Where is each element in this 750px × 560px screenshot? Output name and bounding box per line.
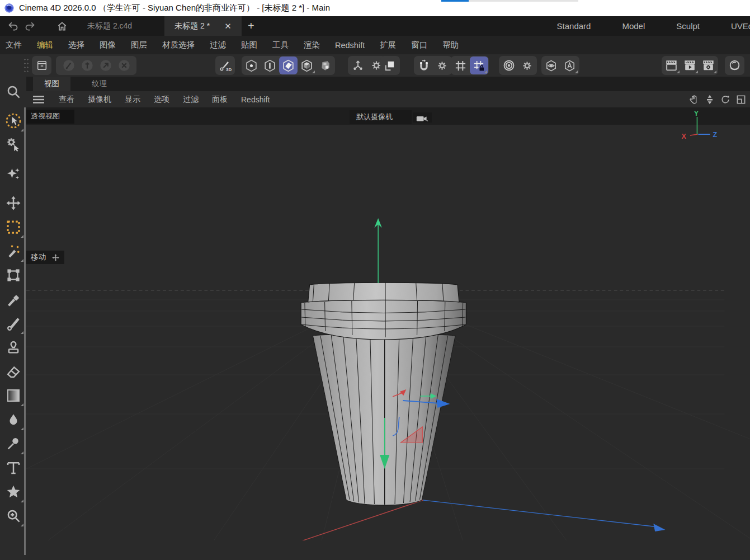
model-mode-icon[interactable] bbox=[298, 57, 316, 74]
eye-hexagon-icon[interactable] bbox=[542, 57, 560, 74]
stamp-icon[interactable] bbox=[2, 335, 25, 359]
paint-brush-icon[interactable] bbox=[2, 311, 25, 335]
droplet-icon[interactable] bbox=[2, 407, 25, 431]
redo-icon[interactable] bbox=[21, 16, 38, 36]
camera-select-button[interactable] bbox=[413, 112, 432, 123]
layout-uvedit[interactable]: UVEd bbox=[731, 21, 750, 31]
palette-scrollbar[interactable] bbox=[24, 107, 26, 555]
text-tool-icon[interactable] bbox=[2, 455, 25, 479]
material-ball-icon[interactable] bbox=[725, 57, 744, 74]
snap-magnet-icon[interactable] bbox=[414, 57, 433, 74]
view-name-label[interactable]: 透视视图 bbox=[26, 110, 74, 124]
polygon-mode-icon[interactable] bbox=[279, 57, 298, 74]
eraser-icon[interactable] bbox=[2, 359, 25, 383]
asset-box-icon[interactable] bbox=[32, 57, 51, 74]
menu-redshift[interactable]: Redshift bbox=[335, 41, 365, 50]
magnifier-icon[interactable] bbox=[2, 79, 25, 103]
toolbar-drag-handle[interactable] bbox=[23, 58, 29, 73]
vpmenu-options[interactable]: 选项 bbox=[154, 95, 169, 105]
main-menu-bar: 文件 编辑 选择 图像 图层 材质选择 过滤 贴图 工具 渲染 Redshift… bbox=[0, 36, 750, 54]
home-icon[interactable] bbox=[54, 16, 70, 36]
title-bar: Cinema 4D 2026.0.0 （学生许可 - Siyuan Chen的非… bbox=[0, 0, 750, 16]
edge-mode-icon[interactable] bbox=[261, 57, 279, 74]
viewport-panel: 视图 纹理 查看 摄像机 显示 选项 过滤 面板 Redshift bbox=[26, 77, 750, 560]
menu-image[interactable]: 图像 bbox=[100, 40, 116, 50]
menu-render[interactable]: 渲染 bbox=[304, 40, 320, 50]
zoom-updown-icon[interactable] bbox=[704, 94, 715, 105]
menu-layer[interactable]: 图层 bbox=[131, 40, 147, 50]
pan-hand-icon[interactable] bbox=[688, 94, 700, 105]
z-axis-arrowhead bbox=[653, 524, 665, 531]
cup-model bbox=[301, 282, 466, 505]
tab-texture[interactable]: 纹理 bbox=[81, 77, 118, 91]
smudge-pin-icon[interactable] bbox=[2, 431, 25, 455]
auto-a-icon[interactable] bbox=[560, 57, 579, 74]
menu-select[interactable]: 选择 bbox=[68, 40, 84, 50]
tweak-gear-icon[interactable] bbox=[2, 133, 25, 157]
layout-switcher: Standard Model Sculpt UVEd bbox=[557, 16, 750, 36]
zoom-plus-icon[interactable] bbox=[2, 503, 25, 528]
render-picture-icon[interactable] bbox=[681, 57, 699, 74]
layout-sculpt[interactable]: Sculpt bbox=[676, 21, 700, 31]
vpmenu-display[interactable]: 显示 bbox=[125, 95, 140, 105]
tab-untitled-2-c4d[interactable]: 未标题 2.c4d bbox=[77, 16, 142, 36]
vpmenu-filter[interactable]: 过滤 bbox=[183, 95, 199, 105]
workplane-icon[interactable] bbox=[381, 57, 399, 74]
main-toolbar: 3D bbox=[0, 54, 750, 77]
tab-untitled-2-active[interactable]: 未标题 2 * ✕ bbox=[164, 16, 242, 36]
move-tool-icon[interactable] bbox=[2, 191, 25, 215]
vpmenu-view[interactable]: 查看 bbox=[59, 95, 74, 105]
menu-edit[interactable]: 编辑 bbox=[37, 40, 53, 50]
add-tab-button[interactable]: + bbox=[242, 16, 261, 36]
ai-sparkle-icon[interactable] bbox=[2, 162, 25, 186]
menu-filter[interactable]: 过滤 bbox=[210, 40, 226, 50]
menu-material-select[interactable]: 材质选择 bbox=[162, 40, 195, 50]
gradient-icon[interactable] bbox=[2, 383, 25, 407]
menu-tools[interactable]: 工具 bbox=[272, 40, 289, 50]
vpmenu-redshift[interactable]: Redshift bbox=[241, 95, 270, 104]
layout-standard[interactable]: Standard bbox=[557, 21, 591, 31]
menu-extensions[interactable]: 扩展 bbox=[380, 40, 396, 50]
close-circle-icon bbox=[115, 57, 133, 74]
camera-bar: 默认摄像机 bbox=[350, 110, 432, 124]
menu-help[interactable]: 帮助 bbox=[442, 40, 459, 50]
rect-selection-icon[interactable] bbox=[2, 215, 25, 239]
x-axis-line bbox=[238, 500, 423, 540]
close-tab-icon[interactable]: ✕ bbox=[224, 21, 232, 31]
maximize-icon[interactable] bbox=[735, 94, 747, 105]
render-settings-icon[interactable] bbox=[699, 57, 718, 74]
layout-model[interactable]: Model bbox=[622, 21, 645, 31]
cinema4d-logo bbox=[4, 3, 15, 13]
target-gear-icon[interactable] bbox=[518, 57, 536, 74]
menu-window[interactable]: 窗口 bbox=[411, 40, 427, 50]
object-mode-icon[interactable] bbox=[316, 57, 334, 74]
menu-file[interactable]: 文件 bbox=[6, 40, 22, 50]
grid-icon[interactable] bbox=[451, 57, 470, 74]
movie-camera-icon bbox=[416, 114, 428, 122]
pen-3d-icon[interactable]: 3D bbox=[216, 57, 234, 74]
grid-lock-icon[interactable] bbox=[470, 57, 488, 74]
eyedropper-icon[interactable] bbox=[2, 287, 25, 311]
vpmenu-camera[interactable]: 摄像机 bbox=[88, 95, 111, 105]
camera-name-label[interactable]: 默认摄像机 bbox=[350, 110, 412, 124]
points-mode-icon[interactable] bbox=[242, 57, 261, 74]
axis-z-label: Z bbox=[713, 130, 717, 139]
hamburger-icon[interactable] bbox=[32, 95, 45, 104]
viewport-tab-bar: 视图 纹理 bbox=[26, 77, 750, 91]
live-selection-icon[interactable] bbox=[2, 109, 25, 133]
render-view-icon[interactable] bbox=[662, 57, 681, 74]
pencil-circle-icon bbox=[59, 57, 78, 74]
orbit-icon[interactable] bbox=[720, 94, 731, 105]
transform-frame-icon[interactable] bbox=[2, 263, 25, 287]
axis-icon[interactable] bbox=[348, 57, 367, 74]
snap-gear-icon[interactable] bbox=[433, 57, 451, 74]
star-icon[interactable] bbox=[2, 479, 25, 503]
viewport-canvas[interactable]: Y X Z 透视视图 默认摄像机 移动 bbox=[26, 107, 750, 560]
vpmenu-panel[interactable]: 面板 bbox=[212, 95, 228, 105]
undo-icon[interactable] bbox=[4, 16, 21, 36]
tab-view[interactable]: 视图 bbox=[33, 77, 70, 91]
magic-wand-icon[interactable] bbox=[2, 239, 25, 263]
move-tool-tooltip: 移动 bbox=[26, 251, 64, 264]
menu-map[interactable]: 贴图 bbox=[241, 40, 257, 50]
target-circles-icon[interactable] bbox=[499, 57, 518, 74]
